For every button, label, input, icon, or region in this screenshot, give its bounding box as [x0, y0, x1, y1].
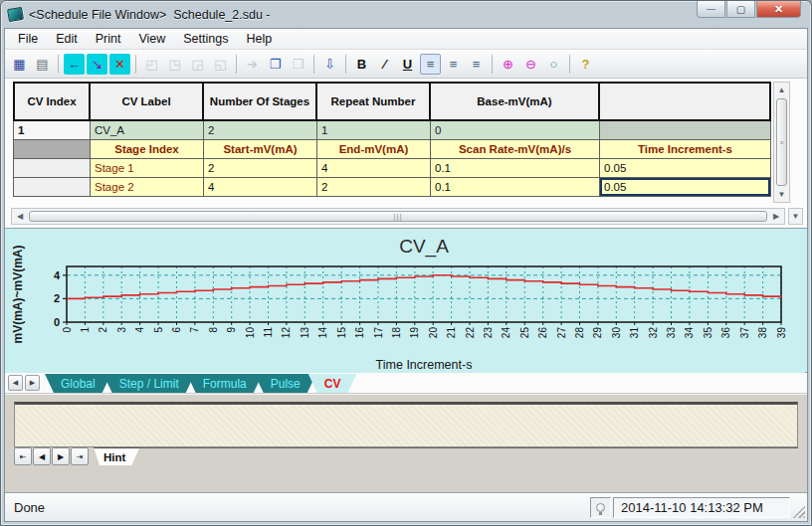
- svg-text:14: 14: [317, 327, 328, 339]
- svg-text:18: 18: [391, 327, 402, 339]
- svg-text:2: 2: [54, 292, 60, 304]
- stage1-scan-rate[interactable]: 0.1: [431, 159, 600, 178]
- minimize-button[interactable]: —: [697, 1, 725, 18]
- stage2-end[interactable]: 2: [317, 178, 431, 197]
- stage2-scan-rate[interactable]: 0.1: [431, 178, 600, 197]
- zoom-icon[interactable]: ○: [543, 54, 564, 75]
- hint-last-icon[interactable]: ⇥: [71, 447, 89, 465]
- copy-icon[interactable]: ❐: [265, 54, 286, 75]
- bold-icon[interactable]: B: [351, 54, 372, 75]
- stage1-index[interactable]: Stage 1: [91, 159, 204, 178]
- stage2-time-increment-selected[interactable]: 0.05: [600, 178, 771, 197]
- resize-grip[interactable]: [792, 497, 805, 518]
- window-title: <Schedule File Window> Schedule_2.sdu -: [29, 8, 271, 22]
- tab-hint[interactable]: Hint: [94, 447, 139, 465]
- stage1-start[interactable]: 2: [204, 159, 317, 178]
- file-op-icon-1: ◰: [141, 54, 162, 75]
- stage1-rowhead[interactable]: [13, 159, 91, 178]
- vertical-scroll-thumb[interactable]: ≡: [776, 98, 787, 186]
- tab-pulse[interactable]: Pulse: [255, 374, 316, 393]
- tab-step-limit[interactable]: Step / Limit: [103, 374, 195, 393]
- cell-base-mv[interactable]: 0: [431, 121, 600, 140]
- svg-text:30: 30: [611, 327, 622, 339]
- grid-horizontal-scrollbar[interactable]: ◀ ||| ▶: [11, 208, 785, 225]
- cell-cv-blank[interactable]: [600, 121, 771, 140]
- delete-cell-icon[interactable]: ✕: [109, 54, 130, 75]
- hint-first-icon[interactable]: ⇤: [14, 447, 32, 465]
- toolbar-separator: [58, 55, 59, 74]
- cell-number-of-stages[interactable]: 2: [204, 121, 317, 140]
- menu-item-help[interactable]: Help: [237, 30, 281, 48]
- menu-item-edit[interactable]: Edit: [47, 30, 87, 48]
- menu-item-file[interactable]: File: [9, 30, 47, 48]
- maximize-button[interactable]: ▢: [726, 1, 755, 18]
- align-center-icon[interactable]: ≡: [443, 54, 464, 75]
- scroll-up-icon[interactable]: ▲: [774, 83, 789, 97]
- stage2-rowhead[interactable]: [13, 178, 91, 197]
- cell-repeat-number[interactable]: 1: [317, 121, 431, 140]
- tab-scroll-left-icon[interactable]: ◀: [8, 375, 23, 391]
- stage1-time-increment[interactable]: 0.05: [600, 159, 771, 178]
- title-bar[interactable]: <Schedule File Window> Schedule_2.sdu -: [4, 1, 808, 28]
- hint-panel: ⇤◀▶⇥ Hint: [5, 394, 807, 492]
- stage-header-time-increment: Time Increment-s: [600, 140, 771, 159]
- svg-text:17: 17: [373, 327, 384, 339]
- stage2-index[interactable]: Stage 2: [91, 178, 204, 197]
- svg-text:4: 4: [134, 327, 145, 333]
- insert-cell-icon[interactable]: ←: [64, 54, 85, 75]
- zoom-in-icon[interactable]: ⊕: [498, 54, 518, 75]
- close-button[interactable]: ✕: [756, 1, 801, 18]
- svg-text:16: 16: [354, 327, 365, 339]
- svg-text:8: 8: [208, 327, 219, 333]
- toolbar-separator: [236, 55, 237, 74]
- hint-tab-row: ⇤◀▶⇥ Hint: [14, 447, 798, 471]
- menu-item-settings[interactable]: Settings: [174, 30, 237, 48]
- scroll-left-icon[interactable]: ◀: [12, 209, 28, 224]
- scroll-corner-down-icon[interactable]: ▼: [788, 208, 803, 225]
- italic-icon[interactable]: ∕: [374, 54, 395, 75]
- svg-text:11: 11: [263, 327, 274, 338]
- tab-cv[interactable]: CV: [308, 374, 357, 393]
- transfer-icon: ➔: [242, 54, 263, 75]
- stage1-end[interactable]: 4: [317, 159, 431, 178]
- svg-text:6: 6: [171, 327, 182, 333]
- tab-scroll-right-icon[interactable]: ▶: [25, 375, 40, 391]
- col-header-base-mv: Base-mV(mA): [431, 82, 600, 121]
- app-icon: [7, 7, 24, 22]
- print-icon[interactable]: ▤: [32, 54, 53, 75]
- grid-vertical-scrollbar[interactable]: ▲ ≡ ▼: [773, 82, 790, 203]
- cell-cv-index[interactable]: 1: [13, 121, 91, 140]
- underline-icon[interactable]: U: [397, 54, 418, 75]
- paste-page-icon[interactable]: ⇩: [319, 54, 340, 75]
- scroll-right-icon[interactable]: ▶: [768, 209, 784, 224]
- scroll-down-icon[interactable]: ▼: [774, 187, 789, 202]
- sheet-tabs: GlobalStep / LimitFormulaPulseCV: [41, 373, 356, 393]
- svg-text:Time Increment-s: Time Increment-s: [376, 358, 473, 372]
- tab-global[interactable]: Global: [45, 374, 111, 393]
- cv-chart: CV_AmV(mA)~mV(mA)02401234567891011121314…: [5, 228, 807, 373]
- horizontal-scroll-thumb[interactable]: |||: [29, 211, 767, 222]
- zoom-out-icon[interactable]: ⊖: [520, 54, 541, 75]
- hint-prev-icon[interactable]: ◀: [33, 447, 51, 465]
- insert-stage-icon[interactable]: ↘: [87, 54, 107, 75]
- schedule-file-window: <Schedule File Window> Schedule_2.sdu - …: [0, 0, 812, 526]
- menu-bar: File Edit Print View Settings Help: [5, 29, 807, 50]
- paste-icon: ❒: [288, 54, 308, 75]
- stage-header-index: Stage Index: [91, 140, 204, 159]
- menu-item-print[interactable]: Print: [87, 30, 130, 48]
- save-icon[interactable]: ▦: [9, 54, 30, 75]
- stage-row-1: Stage 1 2 4 0.1 0.05: [13, 159, 807, 178]
- menu-item-view[interactable]: View: [129, 30, 174, 48]
- toolbar-separator: [313, 55, 314, 74]
- align-left-icon[interactable]: ≡: [420, 54, 441, 75]
- hint-next-icon[interactable]: ▶: [52, 447, 70, 465]
- stage2-start[interactable]: 4: [204, 178, 317, 197]
- hint-text-area[interactable]: [14, 402, 798, 447]
- cell-cv-label[interactable]: CV_A: [91, 121, 204, 140]
- grid-header-row: CV Index CV Label Number Of Stages Repea…: [13, 82, 807, 121]
- help-icon[interactable]: ?: [575, 54, 596, 75]
- align-right-icon[interactable]: ≡: [466, 54, 487, 75]
- svg-text:1: 1: [80, 327, 91, 333]
- tab-formula[interactable]: Formula: [187, 374, 263, 393]
- svg-text:CV_A: CV_A: [399, 236, 449, 258]
